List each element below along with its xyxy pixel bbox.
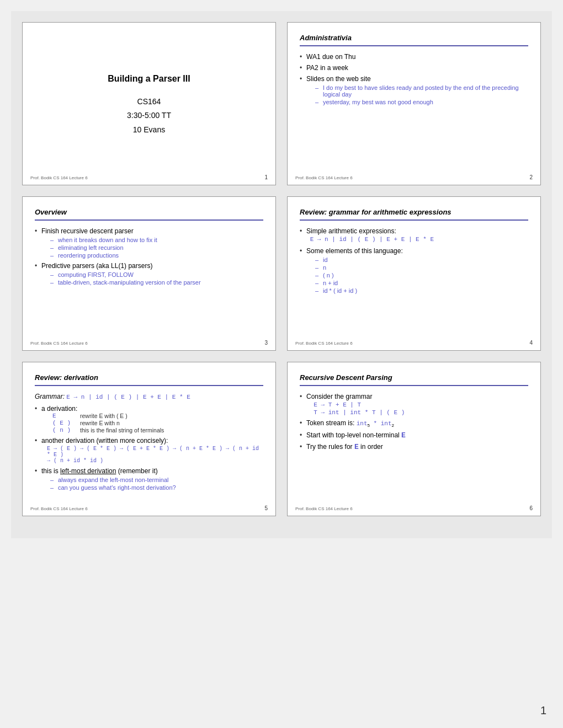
slide-5-deriv2: E → ( E ) → ( E * E ) → ( E + E * E ) → … xyxy=(47,446,263,458)
slide-2-bullets: WA1 due on Thu PA2 in a week Slides on t… xyxy=(300,53,528,105)
slide-6-footer: Prof. Bodik CS 164 Lecture 6 xyxy=(295,506,353,511)
slide-2-bullet-2: PA2 in a week xyxy=(300,64,528,72)
slide-3-number: 3 xyxy=(264,340,268,346)
slide-3-sub-1a: when it breaks down and how to fix it xyxy=(50,237,263,243)
slide-5-bullets: a derivation: E rewrite E with ( E ) ( E… xyxy=(35,405,263,491)
slide-6-bullet-3: Start with top-level non-terminal E xyxy=(300,431,528,440)
slide-2-sub-1: I do my best to have slides ready and po… xyxy=(315,84,528,98)
slide-4: Review: grammar for arithmetic expressio… xyxy=(287,196,541,351)
slide-5-footer: Prof. Bodik CS 164 Lecture 6 xyxy=(30,506,88,511)
slide-6-heading: Recursive Descent Parsing xyxy=(300,373,528,382)
slide-5: Review: derivation Grammar: E → n | id |… xyxy=(22,362,276,516)
slide-grid-bottom: Review: derivation Grammar: E → n | id |… xyxy=(22,362,541,516)
slide-6-times: * int xyxy=(370,420,392,427)
slide-1-footer: Prof. Bodik CS 164 Lecture 6 xyxy=(30,175,88,180)
slide-6-int1: int xyxy=(357,420,368,427)
slide-5-grammar-label: Grammar: xyxy=(35,393,65,400)
slide-3-bullet-1: Finish recursive descent parser when it … xyxy=(35,227,263,259)
slide-1-title: Building a Parser III xyxy=(108,74,190,84)
slide-1-course: CS164 xyxy=(127,95,171,109)
slide-5-grammar: E → n | id | ( E ) | E + E | E * E xyxy=(66,394,190,400)
slide-5-number: 5 xyxy=(264,505,268,511)
slide-5-derivation: E rewrite E with ( E ) ( E ) rewrite E w… xyxy=(52,413,263,433)
slide-4-grammar: E → n | id | ( E ) | E + E | E * E xyxy=(310,236,434,243)
slide-5-bullet-1: a derivation: E rewrite E with ( E ) ( E… xyxy=(35,405,263,433)
slide-3: Overview Finish recursive descent parser… xyxy=(22,196,276,351)
slide-6-grammar1: E → T + E | T xyxy=(314,402,361,408)
slide-5-deriv-row-3: ( n ) this is the final string of termin… xyxy=(52,427,263,433)
slide-2-footer: Prof. Bodik CS 164 Lecture 6 xyxy=(295,175,353,180)
slide-6-grammar2: T → int | int * T | ( E ) xyxy=(314,409,405,416)
slide-5-bullet-3: this is left-most derivation (remember i… xyxy=(35,467,263,491)
slide-2: Administrativia WA1 due on Thu PA2 in a … xyxy=(287,22,541,185)
slide-6-bullet-1: Consider the grammar E → T + E | T T → i… xyxy=(300,393,528,416)
slide-grid-middle: Overview Finish recursive descent parser… xyxy=(22,196,541,351)
slide-4-bullets: Simple arithmetic expressions: E → n | i… xyxy=(300,227,528,294)
slide-5-sub-3b: can you guess what's right-most derivati… xyxy=(50,484,263,491)
slide-2-sub-2: yesterday, my best was not good enough xyxy=(315,99,528,105)
slide-5-sub: always expand the left-most non-terminal… xyxy=(41,477,263,491)
slide-2-bullet-1: WA1 due on Thu xyxy=(300,53,528,61)
slide-3-sub1: when it breaks down and how to fix it el… xyxy=(41,237,263,259)
slide-3-heading: Overview xyxy=(35,208,263,216)
slide-6-divider xyxy=(300,385,528,386)
slide-4-number: 4 xyxy=(529,340,533,346)
slide-5-bullet-2: another derivation (written more concise… xyxy=(35,437,263,464)
slide-grid-top: Building a Parser III CS164 3:30-5:00 TT… xyxy=(22,22,541,185)
slide-6-sub2: 2 xyxy=(392,423,394,428)
slide-6: Recursive Descent Parsing Consider the g… xyxy=(287,362,541,516)
slide-3-sub2: computing FIRST, FOLLOW table-driven, st… xyxy=(41,271,263,286)
slide-3-sub-1c: reordering productions xyxy=(50,252,263,259)
slide-6-number: 6 xyxy=(529,505,533,511)
slide-4-sub-5: id * ( id + id ) xyxy=(315,287,528,294)
slide-5-grammar-line: Grammar: E → n | id | ( E ) | E + E | E … xyxy=(35,393,263,400)
slide-1: Building a Parser III CS164 3:30-5:00 TT… xyxy=(22,22,276,185)
slide-4-sub-1: id xyxy=(315,256,528,263)
slide-5-divider xyxy=(35,385,263,386)
slide-5-deriv2b: → ( n + id * id ) xyxy=(47,458,263,464)
slide-4-bullet-1: Simple arithmetic expressions: E → n | i… xyxy=(300,227,528,243)
slide-6-bullet-4: Try the rules for E in order xyxy=(300,443,528,451)
slide-5-deriv-row-1: E rewrite E with ( E ) xyxy=(52,413,263,419)
slide-4-sub: id n ( n ) n + id id * ( id + id ) xyxy=(306,256,528,294)
slide-1-room: 10 Evans xyxy=(127,123,171,137)
slide-1-content: Building a Parser III CS164 3:30-5:00 TT… xyxy=(35,34,263,177)
slide-2-bullet-3: Slides on the web site I do my best to h… xyxy=(300,75,528,105)
slide-4-divider xyxy=(300,220,528,221)
slide-3-divider xyxy=(35,220,263,221)
slide-3-sub-2b: table-driven, stack-manipulating version… xyxy=(50,279,263,286)
slide-4-heading: Review: grammar for arithmetic expressio… xyxy=(300,208,528,216)
slide-3-bullet-2: Predictive parsers (aka LL(1) parsers) c… xyxy=(35,262,263,286)
slide-2-number: 2 xyxy=(529,174,533,180)
slide-3-footer: Prof. Bodik CS 164 Lecture 6 xyxy=(30,341,88,346)
slide-5-leftmost: left-most derivation xyxy=(60,467,116,475)
slide-5-heading: Review: derivation xyxy=(35,373,263,382)
page: Building a Parser III CS164 3:30-5:00 TT… xyxy=(11,11,552,538)
slide-2-subbullets: I do my best to have slides ready and po… xyxy=(306,84,528,105)
slide-1-time: 3:30-5:00 TT xyxy=(127,109,171,122)
slide-5-sub-3a: always expand the left-most non-terminal xyxy=(50,477,263,483)
slide-6-bullets: Consider the grammar E → T + E | T T → i… xyxy=(300,393,528,451)
slide-4-footer: Prof. Bodik CS 164 Lecture 6 xyxy=(295,341,353,346)
slide-3-sub-2a: computing FIRST, FOLLOW xyxy=(50,271,263,278)
slide-1-number: 1 xyxy=(264,174,268,180)
slide-4-bullet-2: Some elements of this language: id n ( n… xyxy=(300,247,528,294)
slide-1-subinfo: CS164 3:30-5:00 TT 10 Evans xyxy=(127,95,171,137)
slide-3-bullets: Finish recursive descent parser when it … xyxy=(35,227,263,286)
slide-6-bullet-2: Token stream is: int5 * int2 xyxy=(300,419,528,428)
slide-5-deriv-row-2: ( E ) rewrite E with n xyxy=(52,420,263,426)
slide-4-sub-4: n + id xyxy=(315,280,528,286)
slide-4-sub-3: ( n ) xyxy=(315,272,528,279)
slide-4-sub-2: n xyxy=(315,264,528,271)
slide-3-sub-1b: eliminating left recursion xyxy=(50,244,263,251)
slide-2-divider xyxy=(300,45,528,46)
slide-2-heading: Administrativia xyxy=(300,34,528,42)
